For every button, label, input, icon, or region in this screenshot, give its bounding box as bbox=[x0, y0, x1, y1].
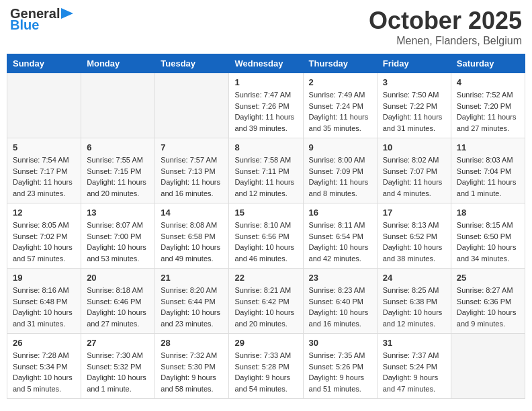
calendar-cell bbox=[155, 73, 229, 138]
calendar-week-4: 19Sunrise: 8:16 AM Sunset: 6:48 PM Dayli… bbox=[7, 269, 525, 334]
day-number: 30 bbox=[309, 338, 371, 348]
day-number: 5 bbox=[13, 142, 75, 152]
calendar-header-tuesday: Tuesday bbox=[155, 54, 229, 73]
logo-blue-text: Blue bbox=[10, 17, 39, 33]
day-number: 4 bbox=[457, 77, 519, 87]
calendar-header-thursday: Thursday bbox=[303, 54, 377, 73]
calendar-week-2: 5Sunrise: 7:54 AM Sunset: 7:17 PM Daylig… bbox=[7, 138, 525, 203]
calendar-cell: 26Sunrise: 7:28 AM Sunset: 5:34 PM Dayli… bbox=[7, 334, 81, 399]
day-number: 22 bbox=[234, 273, 297, 283]
calendar-cell: 4Sunrise: 7:52 AM Sunset: 7:20 PM Daylig… bbox=[451, 73, 525, 138]
calendar-cell: 22Sunrise: 8:21 AM Sunset: 6:42 PM Dayli… bbox=[229, 269, 303, 334]
day-info: Sunrise: 7:33 AM Sunset: 5:28 PM Dayligh… bbox=[234, 350, 297, 394]
day-info: Sunrise: 7:37 AM Sunset: 5:24 PM Dayligh… bbox=[383, 350, 445, 394]
day-number: 17 bbox=[383, 208, 445, 218]
calendar-cell: 29Sunrise: 7:33 AM Sunset: 5:28 PM Dayli… bbox=[229, 334, 303, 399]
day-info: Sunrise: 8:16 AM Sunset: 6:48 PM Dayligh… bbox=[13, 285, 75, 329]
calendar-header-monday: Monday bbox=[81, 54, 155, 73]
title-section: October 2025 Menen, Flanders, Belgium bbox=[369, 7, 522, 47]
calendar-header-sunday: Sunday bbox=[7, 54, 81, 73]
day-number: 6 bbox=[87, 142, 149, 152]
calendar-cell: 9Sunrise: 8:00 AM Sunset: 7:09 PM Daylig… bbox=[303, 138, 377, 203]
day-info: Sunrise: 8:20 AM Sunset: 6:44 PM Dayligh… bbox=[161, 285, 223, 329]
day-number: 11 bbox=[457, 142, 519, 152]
day-number: 7 bbox=[161, 142, 223, 152]
day-info: Sunrise: 8:27 AM Sunset: 6:36 PM Dayligh… bbox=[457, 285, 519, 329]
day-info: Sunrise: 8:13 AM Sunset: 6:52 PM Dayligh… bbox=[383, 220, 445, 264]
day-number: 8 bbox=[234, 142, 297, 152]
calendar-cell: 24Sunrise: 8:25 AM Sunset: 6:38 PM Dayli… bbox=[377, 269, 451, 334]
calendar-cell: 13Sunrise: 8:07 AM Sunset: 7:00 PM Dayli… bbox=[81, 203, 155, 269]
calendar-cell: 20Sunrise: 8:18 AM Sunset: 6:46 PM Dayli… bbox=[81, 269, 155, 334]
day-info: Sunrise: 7:54 AM Sunset: 7:17 PM Dayligh… bbox=[13, 154, 75, 199]
calendar-cell bbox=[451, 334, 525, 399]
day-info: Sunrise: 8:18 AM Sunset: 6:46 PM Dayligh… bbox=[87, 285, 149, 329]
day-info: Sunrise: 7:55 AM Sunset: 7:15 PM Dayligh… bbox=[87, 154, 149, 199]
day-info: Sunrise: 8:15 AM Sunset: 6:50 PM Dayligh… bbox=[457, 220, 519, 264]
day-number: 31 bbox=[383, 338, 445, 348]
calendar-cell: 14Sunrise: 8:08 AM Sunset: 6:58 PM Dayli… bbox=[155, 203, 229, 269]
day-number: 13 bbox=[87, 208, 149, 218]
calendar-cell: 17Sunrise: 8:13 AM Sunset: 6:52 PM Dayli… bbox=[377, 203, 451, 269]
day-number: 26 bbox=[13, 338, 75, 348]
calendar-cell: 15Sunrise: 8:10 AM Sunset: 6:56 PM Dayli… bbox=[229, 203, 303, 269]
calendar-header-saturday: Saturday bbox=[451, 54, 525, 73]
day-info: Sunrise: 8:03 AM Sunset: 7:04 PM Dayligh… bbox=[457, 154, 519, 199]
day-info: Sunrise: 8:23 AM Sunset: 6:40 PM Dayligh… bbox=[309, 285, 371, 329]
day-number: 14 bbox=[161, 208, 223, 218]
day-info: Sunrise: 8:25 AM Sunset: 6:38 PM Dayligh… bbox=[383, 285, 445, 329]
day-info: Sunrise: 7:30 AM Sunset: 5:32 PM Dayligh… bbox=[87, 350, 149, 394]
day-info: Sunrise: 7:35 AM Sunset: 5:26 PM Dayligh… bbox=[309, 350, 371, 394]
day-info: Sunrise: 7:32 AM Sunset: 5:30 PM Dayligh… bbox=[161, 350, 223, 394]
day-info: Sunrise: 7:50 AM Sunset: 7:22 PM Dayligh… bbox=[383, 89, 445, 134]
day-number: 24 bbox=[383, 273, 445, 283]
calendar-cell bbox=[7, 73, 81, 138]
calendar-week-5: 26Sunrise: 7:28 AM Sunset: 5:34 PM Dayli… bbox=[7, 334, 525, 399]
calendar-cell: 8Sunrise: 7:58 AM Sunset: 7:11 PM Daylig… bbox=[229, 138, 303, 203]
day-number: 3 bbox=[383, 77, 445, 87]
location-text: Menen, Flanders, Belgium bbox=[369, 35, 522, 47]
svg-marker-0 bbox=[61, 8, 73, 19]
day-info: Sunrise: 8:05 AM Sunset: 7:02 PM Dayligh… bbox=[13, 220, 75, 264]
day-number: 27 bbox=[87, 338, 149, 348]
day-info: Sunrise: 7:49 AM Sunset: 7:24 PM Dayligh… bbox=[309, 89, 371, 134]
calendar-cell: 5Sunrise: 7:54 AM Sunset: 7:17 PM Daylig… bbox=[7, 138, 81, 203]
calendar-cell: 30Sunrise: 7:35 AM Sunset: 5:26 PM Dayli… bbox=[303, 334, 377, 399]
calendar-cell: 7Sunrise: 7:57 AM Sunset: 7:13 PM Daylig… bbox=[155, 138, 229, 203]
calendar-cell: 1Sunrise: 7:47 AM Sunset: 7:26 PM Daylig… bbox=[229, 73, 303, 138]
day-info: Sunrise: 7:28 AM Sunset: 5:34 PM Dayligh… bbox=[13, 350, 75, 394]
calendar-cell: 25Sunrise: 8:27 AM Sunset: 6:36 PM Dayli… bbox=[451, 269, 525, 334]
calendar-week-3: 12Sunrise: 8:05 AM Sunset: 7:02 PM Dayli… bbox=[7, 203, 525, 269]
day-number: 20 bbox=[87, 273, 149, 283]
day-info: Sunrise: 7:57 AM Sunset: 7:13 PM Dayligh… bbox=[161, 154, 223, 199]
calendar-header-wednesday: Wednesday bbox=[229, 54, 303, 73]
day-info: Sunrise: 8:00 AM Sunset: 7:09 PM Dayligh… bbox=[309, 154, 371, 199]
month-title: October 2025 bbox=[369, 7, 522, 35]
day-number: 10 bbox=[383, 142, 445, 152]
day-info: Sunrise: 8:08 AM Sunset: 6:58 PM Dayligh… bbox=[161, 220, 223, 264]
calendar-cell: 10Sunrise: 8:02 AM Sunset: 7:07 PM Dayli… bbox=[377, 138, 451, 203]
day-info: Sunrise: 8:21 AM Sunset: 6:42 PM Dayligh… bbox=[234, 285, 297, 329]
calendar-week-1: 1Sunrise: 7:47 AM Sunset: 7:26 PM Daylig… bbox=[7, 73, 525, 138]
day-number: 2 bbox=[309, 77, 371, 87]
calendar-cell: 23Sunrise: 8:23 AM Sunset: 6:40 PM Dayli… bbox=[303, 269, 377, 334]
day-number: 21 bbox=[161, 273, 223, 283]
day-number: 15 bbox=[234, 208, 297, 218]
day-info: Sunrise: 8:11 AM Sunset: 6:54 PM Dayligh… bbox=[309, 220, 371, 264]
day-number: 19 bbox=[13, 273, 75, 283]
day-info: Sunrise: 8:02 AM Sunset: 7:07 PM Dayligh… bbox=[383, 154, 445, 199]
day-info: Sunrise: 8:10 AM Sunset: 6:56 PM Dayligh… bbox=[234, 220, 297, 264]
logo: General Blue bbox=[10, 7, 73, 33]
calendar-cell bbox=[81, 73, 155, 138]
day-number: 16 bbox=[309, 208, 371, 218]
calendar-cell: 18Sunrise: 8:15 AM Sunset: 6:50 PM Dayli… bbox=[451, 203, 525, 269]
calendar-cell: 31Sunrise: 7:37 AM Sunset: 5:24 PM Dayli… bbox=[377, 334, 451, 399]
day-number: 28 bbox=[161, 338, 223, 348]
calendar-cell: 27Sunrise: 7:30 AM Sunset: 5:32 PM Dayli… bbox=[81, 334, 155, 399]
day-number: 23 bbox=[309, 273, 371, 283]
calendar-cell: 3Sunrise: 7:50 AM Sunset: 7:22 PM Daylig… bbox=[377, 73, 451, 138]
page-header: General Blue October 2025 Menen, Flander… bbox=[7, 7, 525, 47]
calendar-cell: 11Sunrise: 8:03 AM Sunset: 7:04 PM Dayli… bbox=[451, 138, 525, 203]
day-number: 9 bbox=[309, 142, 371, 152]
calendar-cell: 19Sunrise: 8:16 AM Sunset: 6:48 PM Dayli… bbox=[7, 269, 81, 334]
